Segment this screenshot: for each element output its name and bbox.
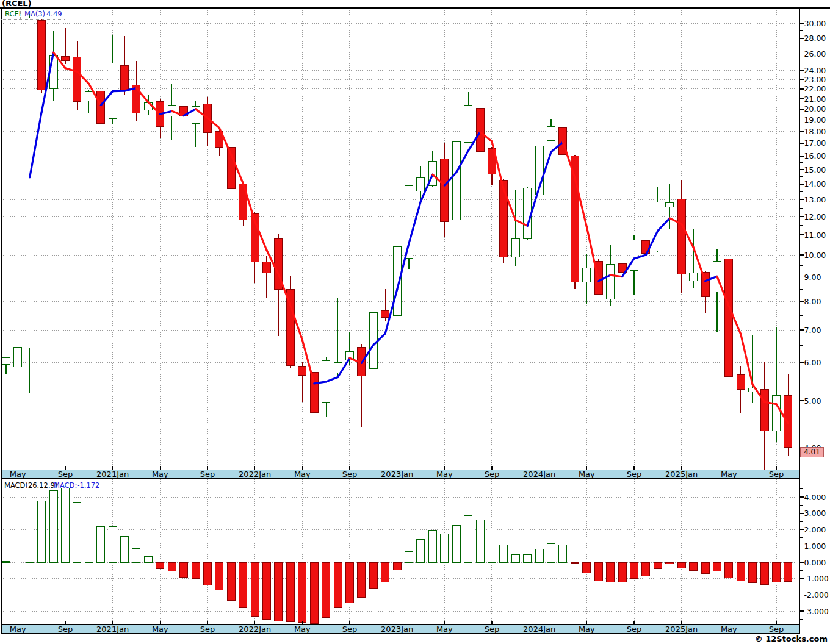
x-axis-label: Sep	[342, 470, 358, 479]
candle	[405, 185, 413, 258]
candle	[547, 127, 555, 141]
x-axis-label: May	[294, 470, 311, 479]
x-axis-label: 2023Jan	[381, 624, 413, 634]
macd-bar	[144, 557, 152, 562]
macd-bar	[749, 562, 757, 582]
x-axis-label: 2024Jan	[523, 624, 555, 634]
legend-ma-value: 4.49	[46, 10, 62, 18]
price-axis-label: 14.00	[804, 179, 826, 188]
x-axis-label: Sep	[485, 624, 500, 634]
price-axis-label: 19.00	[804, 115, 826, 124]
macd-bar	[784, 562, 792, 581]
macd-axis-label: -1.000	[804, 574, 829, 583]
candle	[310, 373, 318, 413]
macd-bar	[452, 526, 460, 562]
x-axis-label: 2025Jan	[665, 624, 698, 634]
candle	[630, 240, 638, 270]
macd-axis-label: 0.000	[804, 558, 826, 567]
macd-bar	[322, 562, 330, 618]
last-price-tag: 4.01	[800, 447, 824, 457]
candle	[737, 374, 745, 389]
macd-bar	[239, 562, 247, 608]
macd-axis-label: -3.000	[804, 607, 829, 616]
price-axis-label: 28.00	[804, 34, 826, 43]
candle	[298, 367, 306, 376]
x-axis-label: Sep	[769, 624, 784, 634]
price-axis-label: 10.00	[804, 251, 826, 260]
x-axis-label: May	[579, 624, 595, 634]
macd-bar	[773, 562, 781, 582]
candle	[26, 18, 34, 348]
x-axis-label: Sep	[58, 624, 73, 634]
macd-bar	[524, 555, 532, 562]
price-axis-label: 15.00	[804, 165, 826, 174]
price-axis-label: 23.00	[804, 75, 826, 84]
legend-underline	[1, 19, 65, 20]
stock-chart-page: MaySep2021JanMaySep2022JanMaySep2023JanM…	[0, 0, 830, 644]
candle	[524, 188, 532, 238]
macd-bar	[713, 562, 721, 571]
candle	[583, 268, 591, 282]
price-axis-label: 16.00	[804, 151, 826, 160]
macd-bar	[381, 562, 389, 582]
price-axis-label: 5.00	[804, 396, 821, 406]
price-axis-label: 6.00	[804, 358, 821, 367]
macd-bar	[203, 562, 211, 585]
x-axis-label: May	[579, 470, 595, 479]
macd-bar	[156, 562, 164, 569]
candle	[263, 262, 271, 273]
price-axis-label: 20.00	[804, 104, 826, 113]
x-axis-label: May	[721, 470, 737, 479]
candle	[121, 65, 129, 91]
x-axis-label: Sep	[200, 624, 215, 634]
macd-bar	[476, 520, 484, 562]
price-axis-label: 24.00	[804, 66, 826, 75]
macd-bar	[168, 562, 176, 571]
legend-separator	[20, 10, 21, 19]
gridlines	[1, 9, 799, 624]
page-title: (RCEL)	[2, 0, 32, 8]
macd-bar	[571, 562, 579, 563]
price-axis-label: 21.00	[804, 95, 826, 104]
macd-bar	[737, 562, 745, 581]
copyright-watermark: © 12Stocks.com	[755, 634, 828, 643]
macd-bar	[535, 549, 543, 562]
x-axis-label: May	[10, 470, 26, 479]
macd-bar	[49, 491, 57, 562]
chart-canvas: MaySep2021JanMaySep2022JanMaySep2023JanM…	[0, 0, 830, 644]
macd-bar	[441, 534, 449, 562]
candle	[690, 273, 698, 281]
macd-axis-label: 2.000	[804, 525, 826, 534]
candle	[452, 142, 460, 220]
macd-bar	[405, 552, 413, 562]
macd-axis-label: 3.000	[804, 509, 826, 518]
macd-bar	[488, 528, 496, 562]
x-axis-label: May	[10, 624, 26, 634]
x-axis-label: Sep	[200, 470, 215, 479]
macd-value-label: MACD:-1.172	[54, 481, 99, 490]
x-axis-label: May	[294, 624, 311, 634]
macd-axis-label: 4.000	[804, 493, 826, 502]
candle	[773, 396, 781, 431]
candle	[97, 91, 105, 123]
macd-bar	[559, 545, 567, 562]
candle	[725, 259, 733, 376]
candle	[607, 265, 615, 299]
macd-bar	[26, 512, 34, 562]
macd-bar	[227, 562, 235, 601]
macd-bar	[547, 543, 555, 562]
macd-axis-label: 1.000	[804, 542, 826, 551]
candle	[381, 311, 389, 318]
price-axis-label: 11.00	[804, 231, 826, 240]
macd-bar	[192, 562, 200, 579]
x-axis-label: May	[436, 470, 453, 479]
macd-bar	[690, 562, 698, 570]
candle	[476, 108, 484, 152]
macd-bar	[61, 488, 69, 562]
candle	[701, 273, 709, 297]
candle	[511, 238, 519, 257]
x-axis-label: Sep	[769, 470, 784, 479]
x-axis-label: 2021Jan	[96, 624, 129, 634]
x-axis-label: Sep	[627, 470, 642, 479]
macd-bar	[701, 562, 709, 574]
